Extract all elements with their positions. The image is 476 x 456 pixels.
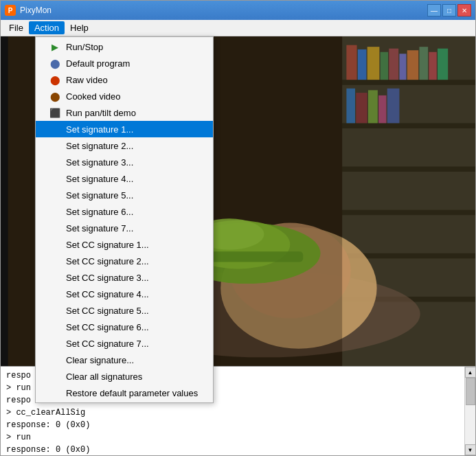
cc-sig2-icon bbox=[49, 255, 60, 266]
menu-raw-video[interactable]: ⬤ Raw video bbox=[36, 71, 213, 88]
menu-cooked-video[interactable]: ⬤ Cooked video bbox=[36, 88, 213, 104]
menu-set-sig-4[interactable]: Set signature 4... bbox=[36, 170, 213, 187]
menu-set-cc-sig-1[interactable]: Set CC signature 1... bbox=[36, 236, 213, 253]
svg-rect-21 bbox=[368, 90, 378, 123]
console-line-5: response: 0 (0x0) bbox=[6, 419, 459, 431]
menu-set-cc-sig-4[interactable]: Set CC signature 4... bbox=[36, 286, 213, 302]
sig7-icon bbox=[49, 223, 60, 233]
menu-set-cc-sig-2[interactable]: Set CC signature 2... bbox=[36, 253, 213, 269]
menu-set-sig-5[interactable]: Set signature 5... bbox=[36, 187, 213, 203]
svg-rect-17 bbox=[429, 52, 436, 80]
sig6-icon bbox=[49, 206, 60, 217]
clear-sig-icon bbox=[49, 354, 60, 365]
maximize-button[interactable]: □ bbox=[442, 4, 456, 16]
sig1-icon bbox=[49, 124, 60, 135]
menu-set-sig-2[interactable]: Set signature 2... bbox=[36, 137, 213, 154]
menu-set-cc-sig-5[interactable]: Set CC signature 5... bbox=[36, 302, 213, 319]
svg-rect-11 bbox=[367, 47, 380, 80]
cc-sig4-icon bbox=[49, 288, 60, 299]
menu-bar: File Action Help ▶ Run/Stop ⬤ Default pr… bbox=[1, 20, 475, 36]
scrollbar[interactable]: ▲ ▼ bbox=[464, 367, 475, 455]
menu-file[interactable]: File bbox=[3, 21, 29, 34]
svg-rect-12 bbox=[381, 52, 388, 80]
svg-rect-6 bbox=[342, 210, 475, 216]
menu-set-cc-sig-7[interactable]: Set CC signature 7... bbox=[36, 335, 213, 352]
cc-sig7-icon bbox=[49, 338, 60, 349]
cc-sig3-icon bbox=[49, 272, 60, 283]
title-bar-left: P PixyMon bbox=[5, 5, 52, 16]
svg-rect-20 bbox=[356, 93, 367, 123]
menu-run-stop[interactable]: ▶ Run/Stop bbox=[36, 38, 213, 55]
cc-sig1-icon bbox=[49, 239, 60, 250]
console-line-6: > run bbox=[6, 431, 459, 444]
svg-rect-19 bbox=[346, 89, 355, 124]
scrollbar-thumb[interactable] bbox=[466, 378, 475, 405]
menu-run-pan-tilt[interactable]: ⬛ Run pan/tilt demo bbox=[36, 104, 213, 121]
svg-rect-1 bbox=[1, 36, 8, 366]
run-stop-icon: ▶ bbox=[49, 41, 60, 52]
menu-action[interactable]: Action bbox=[29, 21, 65, 34]
svg-rect-3 bbox=[342, 80, 475, 85]
svg-rect-23 bbox=[387, 89, 400, 124]
svg-rect-16 bbox=[420, 47, 429, 80]
action-dropdown: ▶ Run/Stop ⬤ Default program ⬤ Raw video… bbox=[35, 36, 214, 403]
svg-rect-14 bbox=[399, 54, 406, 80]
title-bar: P PixyMon — □ ✕ bbox=[1, 1, 475, 20]
menu-default-program[interactable]: ⬤ Default program bbox=[36, 55, 213, 71]
clear-all-icon bbox=[49, 371, 60, 382]
restore-icon bbox=[49, 387, 60, 398]
sig5-icon bbox=[49, 190, 60, 201]
menu-set-cc-sig-3[interactable]: Set CC signature 3... bbox=[36, 269, 213, 286]
console-line-4: > cc_clearAllSig bbox=[6, 407, 459, 419]
sig2-icon bbox=[49, 140, 60, 151]
window-title: PixyMon bbox=[20, 5, 52, 15]
cc-sig6-icon bbox=[49, 321, 60, 332]
console-line-7: response: 0 (0x0) bbox=[6, 444, 459, 455]
app-window: P PixyMon — □ ✕ File Action Help ▶ Run/S… bbox=[0, 0, 476, 456]
svg-rect-13 bbox=[389, 49, 398, 80]
default-program-icon: ⬤ bbox=[49, 58, 60, 69]
svg-rect-18 bbox=[438, 49, 448, 80]
menu-set-sig-1[interactable]: Set signature 1... bbox=[36, 121, 213, 137]
svg-rect-4 bbox=[342, 123, 475, 128]
raw-video-icon: ⬤ bbox=[49, 74, 60, 85]
sig4-icon bbox=[49, 173, 60, 184]
menu-restore-defaults[interactable]: Restore default parameter values bbox=[36, 385, 213, 401]
svg-rect-22 bbox=[378, 95, 386, 123]
cc-sig5-icon bbox=[49, 305, 60, 316]
menu-help[interactable]: Help bbox=[65, 21, 94, 34]
menu-set-sig-3[interactable]: Set signature 3... bbox=[36, 154, 213, 170]
scrollbar-down-button[interactable]: ▼ bbox=[465, 444, 476, 455]
window-controls: — □ ✕ bbox=[427, 4, 471, 16]
menu-clear-signature[interactable]: Clear signature... bbox=[36, 352, 213, 368]
app-icon: P bbox=[5, 5, 16, 16]
svg-rect-9 bbox=[346, 45, 356, 80]
svg-rect-5 bbox=[342, 166, 475, 172]
svg-rect-15 bbox=[407, 50, 418, 80]
scrollbar-track[interactable] bbox=[465, 378, 475, 444]
menu-clear-all-signatures[interactable]: Clear all signatures bbox=[36, 368, 213, 385]
menu-set-cc-sig-6[interactable]: Set CC signature 6... bbox=[36, 319, 213, 335]
cooked-video-icon: ⬤ bbox=[49, 91, 60, 102]
minimize-button[interactable]: — bbox=[427, 4, 441, 16]
menu-set-sig-7[interactable]: Set signature 7... bbox=[36, 220, 213, 236]
svg-rect-10 bbox=[358, 49, 367, 80]
scrollbar-up-button[interactable]: ▲ bbox=[465, 367, 476, 378]
close-button[interactable]: ✕ bbox=[457, 4, 471, 16]
pan-tilt-icon: ⬛ bbox=[49, 107, 60, 118]
sig3-icon bbox=[49, 157, 60, 168]
menu-set-sig-6[interactable]: Set signature 6... bbox=[36, 203, 213, 220]
